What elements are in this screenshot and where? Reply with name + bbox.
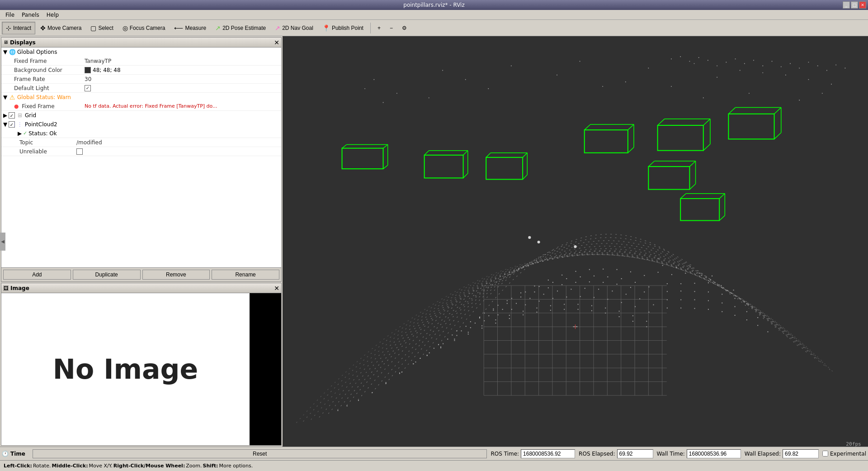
global-status-expand[interactable]: ▼	[3, 94, 9, 100]
select-button[interactable]: ▢ Select	[86, 22, 117, 34]
ros-elapsed-input[interactable]	[617, 449, 653, 458]
3d-viewport[interactable]: 20fps	[283, 36, 868, 447]
menu-panels[interactable]: Panels	[18, 11, 43, 19]
svg-rect-81	[466, 326, 467, 327]
interact-icon: ⊹	[6, 24, 11, 32]
svg-rect-60	[658, 258, 659, 259]
fixed-frame-value[interactable]: TanwayTP	[85, 58, 281, 64]
settings-button[interactable]: ⚙	[398, 22, 411, 34]
svg-rect-188	[509, 318, 510, 319]
wall-time-input[interactable]	[687, 449, 741, 458]
svg-point-10	[831, 84, 832, 85]
titlebar-buttons[interactable]: _ □ ✕	[843, 1, 866, 9]
displays-close-icon[interactable]: ✕	[274, 39, 279, 46]
titlebar: pointpillars.rviz* - RViz _ □ ✕	[0, 0, 868, 10]
pose-estimate-button[interactable]: ↗ 2D Pose Estimate	[211, 22, 270, 34]
svg-rect-125	[415, 362, 416, 362]
close-button[interactable]: ✕	[859, 1, 866, 9]
svg-rect-191	[550, 310, 551, 311]
global-options-expand[interactable]: ▼	[3, 49, 9, 55]
svg-rect-160	[523, 311, 524, 312]
svg-rect-196	[619, 316, 620, 317]
clock-icon: 🕐	[2, 451, 9, 457]
add-display-button[interactable]: +	[373, 22, 385, 34]
nav-goal-button[interactable]: ↗ 2D Nav Goal	[271, 22, 317, 34]
svg-point-40	[790, 63, 791, 64]
experimental-checkbox[interactable]	[822, 451, 828, 457]
default-light-label: Default Light	[12, 85, 85, 91]
svg-rect-200	[680, 308, 681, 309]
svg-rect-186	[481, 328, 482, 328]
topic-value[interactable]: /modified	[76, 139, 281, 146]
menu-help[interactable]: Help	[43, 11, 62, 19]
svg-rect-194	[591, 310, 592, 311]
svg-rect-114	[612, 290, 613, 291]
svg-rect-193	[578, 309, 579, 310]
svg-point-34	[735, 58, 736, 59]
move-camera-button[interactable]: ✥ Move Camera	[36, 22, 85, 34]
pointcloud2-icon: ⋮⋮⋮	[16, 121, 24, 128]
ros-time-input[interactable]	[521, 449, 575, 458]
svg-point-27	[671, 58, 672, 59]
duplicate-button[interactable]: Duplicate	[73, 270, 141, 280]
unreliable-checkbox[interactable]	[76, 148, 83, 155]
publish-point-icon: 📍	[322, 24, 330, 32]
status-ok-row: ▶ ✓ Status: Ok	[1, 129, 281, 138]
grid-checkbox[interactable]: ✓	[9, 112, 15, 119]
svg-point-23	[602, 86, 603, 87]
focus-camera-button[interactable]: ◎ Focus Camera	[118, 22, 170, 34]
measure-button[interactable]: ⟵ Measure	[170, 22, 210, 34]
displays-content[interactable]: ▼ 🌐 Global Options Fixed Frame TanwayTP …	[1, 48, 281, 267]
ros-time-label: ROS Time:	[491, 451, 519, 457]
svg-rect-106	[502, 309, 503, 310]
interact-button[interactable]: ⊹ Interact	[2, 22, 35, 34]
svg-rect-96	[671, 274, 672, 275]
zoom-text: Zoom.	[186, 463, 202, 469]
default-light-checkbox[interactable]: ✓	[85, 85, 91, 91]
global-options-row[interactable]: ▼ 🌐 Global Options	[1, 48, 281, 57]
svg-rect-156	[468, 332, 469, 333]
toolbar-separator	[370, 23, 371, 33]
global-status-row[interactable]: ▼ ⚠ Global Status: Warn	[1, 93, 281, 102]
svg-rect-50	[520, 292, 521, 293]
pointcloud2-row[interactable]: ▼ ✓ ⋮⋮⋮ PointCloud2	[1, 120, 281, 129]
svg-rect-82	[479, 318, 480, 319]
fixed-frame-error-label: ● Fixed Frame	[12, 103, 85, 109]
grid-expand[interactable]: ▶	[3, 112, 9, 119]
svg-rect-70	[580, 276, 581, 277]
background-color-swatch[interactable]	[85, 67, 91, 73]
status-ok-expand[interactable]: ▶	[18, 130, 23, 137]
remove-button[interactable]: Remove	[142, 270, 210, 280]
svg-rect-207	[767, 331, 768, 332]
frame-rate-value[interactable]: 30	[85, 76, 281, 82]
ros-time-field: ROS Time:	[491, 449, 575, 458]
collapse-handle[interactable]: ◀	[0, 233, 5, 251]
svg-rect-147	[722, 294, 722, 295]
svg-rect-77	[676, 267, 677, 268]
svg-rect-121	[708, 282, 709, 283]
maximize-button[interactable]: □	[851, 1, 858, 9]
image-close-icon[interactable]: ✕	[274, 285, 279, 292]
rename-button[interactable]: Rename	[212, 270, 279, 280]
menu-file[interactable]: File	[2, 11, 18, 19]
svg-rect-208	[358, 400, 359, 401]
minimize-button[interactable]: _	[843, 1, 850, 9]
fixed-frame-error-value: No tf data. Actual error: Fixed Frame [T…	[85, 103, 281, 109]
grid-row[interactable]: ▶ ✓ ⊞ Grid	[1, 111, 281, 120]
svg-rect-74	[635, 282, 636, 283]
reset-button[interactable]: Reset	[33, 449, 487, 458]
more-options-text: More options.	[219, 463, 253, 469]
add-button[interactable]: Add	[3, 270, 71, 280]
unreliable-label: Unreliable	[18, 148, 76, 155]
svg-point-5	[648, 68, 649, 69]
status-ok-label: Status: Ok	[28, 130, 57, 137]
publish-point-button[interactable]: 📍 Publish Point	[318, 22, 368, 34]
pointcloud2-expand[interactable]: ▼	[3, 121, 9, 128]
svg-rect-124	[401, 371, 402, 372]
svg-rect-166	[605, 308, 606, 309]
svg-point-38	[772, 61, 773, 62]
wall-elapsed-input[interactable]	[783, 449, 819, 458]
remove-display-button[interactable]: −	[386, 22, 397, 34]
svg-point-36	[753, 60, 754, 61]
global-status-label: Global Status: Warn	[17, 94, 280, 100]
